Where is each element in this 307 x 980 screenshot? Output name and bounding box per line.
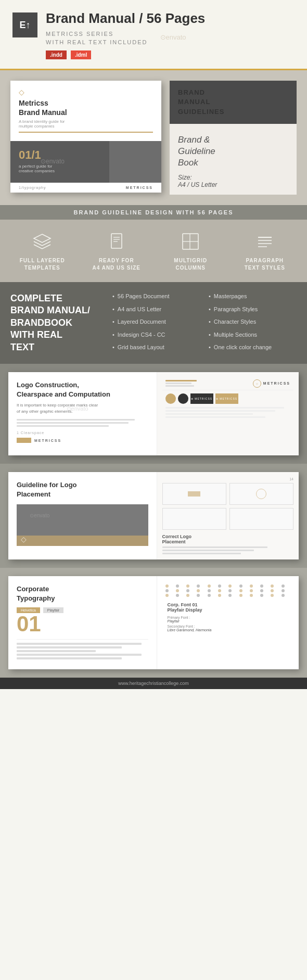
- book-bottom: 01/1 a perfect guide forcreative compani…: [10, 141, 161, 183]
- envato-watermark-spread2: ⊙envato: [30, 513, 49, 518]
- spread1-logo-row: METRICSS: [17, 438, 148, 443]
- spread2-right: 14 Correct LogoPlacement: [157, 472, 299, 559]
- grid-cell-3: [162, 508, 226, 530]
- spread2-book: Guideline for LogoPlacement ◇ ⊙envato 14: [8, 472, 299, 559]
- feature-paragraph: PARAGRAPHTEXT STYLES: [234, 230, 296, 272]
- feature-ready-label: READY FORA4 AND US SIZE: [92, 257, 140, 272]
- spread2-section: Guideline for LogoPlacement ◇ ⊙envato 14: [0, 464, 307, 568]
- indd-badge: .indd: [46, 50, 67, 59]
- logo-chip: ⊗ METRICSS: [190, 393, 213, 404]
- svg-marker-0: [34, 234, 50, 243]
- circle-in-cell: [256, 489, 266, 499]
- dot: [282, 589, 285, 592]
- dot: [176, 594, 179, 597]
- dot: [218, 594, 221, 597]
- book-title: MetricssBrand Manual: [19, 98, 153, 117]
- primary-value: Playfair: [168, 619, 289, 623]
- list-item: •Indesign CS4 - CC: [112, 331, 200, 341]
- features-banner: BRAND GUIDELINE DESIGN WITH 56 PAGES: [0, 205, 307, 220]
- spread1-section: Logo Construction,Clearspace and Computa…: [0, 364, 307, 464]
- dot: [282, 584, 285, 588]
- dot: [250, 589, 253, 592]
- logo-chip-text: ⊗ METRICSS: [191, 397, 212, 400]
- book-footer-text: 1/typography: [19, 186, 46, 189]
- info-title: BRANDMANUALGUIDELINES: [178, 88, 288, 117]
- grid-cell-4: [229, 508, 293, 530]
- spread1-footnote: 1 Clearspace: [17, 431, 148, 435]
- dot: [186, 584, 189, 588]
- logo-chip-gold-text: ⊗ METRICSS: [216, 397, 237, 400]
- dot: [239, 594, 242, 597]
- text-icon: [253, 230, 276, 253]
- preview-info: BRANDMANUALGUIDELINES Brand &GuidelineBo…: [170, 81, 297, 195]
- diamond-logo: ◇: [21, 534, 27, 544]
- dot: [218, 584, 221, 588]
- sample-line: [17, 646, 122, 648]
- font-title: Corp. Font 01Playfair Display: [168, 602, 289, 613]
- dot: [186, 589, 189, 592]
- dot: [197, 589, 200, 592]
- page-title: Brand Manual / 56 Pages: [46, 10, 205, 27]
- list-item: •Masterpages: [209, 292, 297, 302]
- content-heading: COMPLETEBRAND MANUAL/BRANDBOOKWITH REALT…: [10, 292, 104, 353]
- dot: [239, 589, 242, 592]
- book-image: [109, 141, 161, 183]
- spread1-body-lines: [162, 407, 294, 418]
- dot: [186, 594, 189, 597]
- spread1-right-rows: [165, 380, 197, 387]
- logo-in-cell: [188, 491, 200, 497]
- book-divider: [19, 132, 153, 133]
- list-item: •56 Pages Document: [112, 292, 200, 302]
- feature-layered-label: FULL LAYEREDTEMPLATES: [20, 257, 65, 272]
- book-footer-row: 1/typography METRICSS: [10, 183, 161, 193]
- dot: [197, 584, 200, 588]
- list-item: •A4 and US Letter: [112, 306, 200, 315]
- placement-line1: [162, 546, 267, 548]
- sample-line: [17, 643, 142, 645]
- dot: [228, 584, 232, 588]
- dot: [208, 584, 211, 588]
- dot: [176, 589, 179, 592]
- logo-bar: [17, 438, 31, 443]
- idml-badge: .idml: [71, 50, 91, 59]
- grid-icon: [179, 230, 202, 253]
- dot: [282, 594, 285, 597]
- content-list: •56 Pages Document •Masterpages •A4 and …: [104, 292, 297, 353]
- subtitle-line2: WITH REAL TEXT INCLUDED: [46, 39, 148, 45]
- features-icons-row: FULL LAYEREDTEMPLATES READY FORA4 AND US…: [0, 220, 307, 282]
- spread1-title: Logo Construction,Clearspace and Computa…: [17, 380, 148, 399]
- book-preview: ◇ MetricssBrand Manual A brand identity …: [10, 81, 161, 192]
- spread3-right: Corp. Font 01Playfair Display Primary Fo…: [157, 576, 299, 669]
- sample-line: [17, 654, 142, 656]
- dot: [208, 589, 211, 592]
- dot: [260, 589, 263, 592]
- footer: www.heritagechristiancollege.com: [0, 678, 307, 689]
- diamond-icon-overlay: ◇: [21, 535, 27, 543]
- book-footer-brand: METRICSS: [126, 186, 153, 189]
- primary-label: Primary Font :: [168, 616, 289, 619]
- dot: [271, 589, 274, 592]
- sample-line: [17, 657, 122, 659]
- placement-label: Correct LogoPlacement: [162, 534, 294, 544]
- spread3-book: CorporateTypography Helvetica Playfair 0…: [8, 576, 299, 669]
- list-item: •One click color change: [209, 343, 297, 353]
- list-item: •Character Styles: [209, 318, 297, 328]
- spread2-image: ◇ ⊙envato: [17, 504, 148, 546]
- footer-url: www.heritagechristiancollege.com: [118, 681, 189, 686]
- brand-logo: E↑: [12, 12, 37, 37]
- info-size: Size:A4 / US Letter: [178, 174, 288, 188]
- spread1-left: Logo Construction,Clearspace and Computa…: [8, 372, 157, 455]
- spread3-title: CorporateTypography: [17, 584, 148, 603]
- content-section: COMPLETEBRAND MANUAL/BRANDBOOKWITH REALT…: [0, 282, 307, 364]
- feature-multigrid: MULTIGRIDCOLUMNS: [159, 230, 222, 272]
- brand-circle-inner: ◇: [256, 382, 258, 385]
- secondary-label: Secondary Font :: [168, 625, 289, 628]
- envato-watermark: ⊙envato: [160, 33, 186, 41]
- swatch-gold: [165, 393, 176, 404]
- font-info: Corp. Font 01Playfair Display Primary Fo…: [162, 600, 294, 634]
- dot: [250, 594, 253, 597]
- info-detail: Brand &GuidelineBook Size:A4 / US Letter: [170, 124, 297, 195]
- dot: [176, 584, 179, 588]
- dot: [208, 594, 211, 597]
- list-item: •Grid based Layout: [112, 343, 200, 353]
